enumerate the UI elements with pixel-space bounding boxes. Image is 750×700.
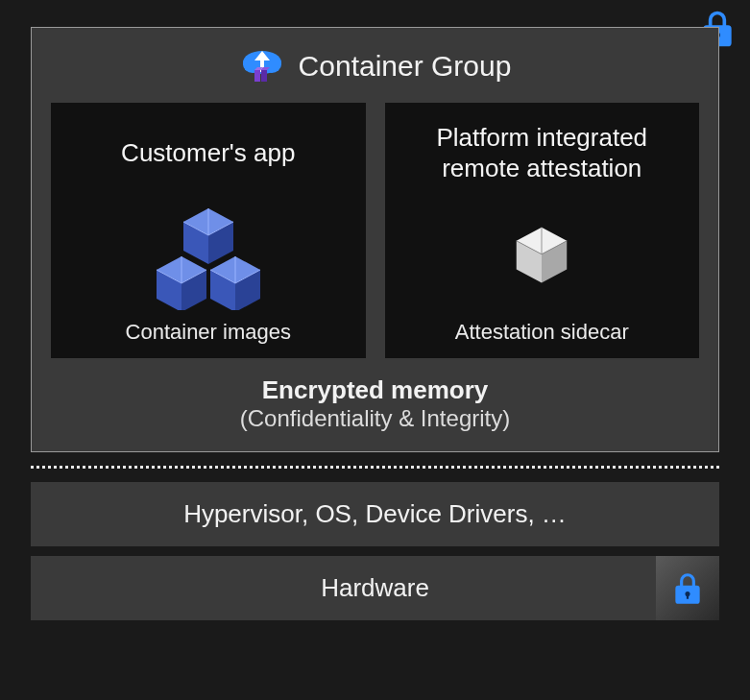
diagram-canvas: Container Group Customer's app [0, 0, 750, 700]
customer-app-card: Customer's app [51, 103, 366, 358]
container-images-icon [141, 187, 276, 314]
attestation-title: Platform integrated remote attestation [399, 118, 687, 187]
customer-app-title: Customer's app [121, 118, 295, 187]
hardware-layer: Hardware [31, 556, 719, 620]
attestation-sidecar-icon [508, 187, 575, 314]
customer-app-footer: Container images [126, 314, 291, 345]
cloud-upload-icon [239, 45, 285, 87]
hypervisor-layer: Hypervisor, OS, Device Drivers, … [31, 482, 719, 546]
svg-rect-6 [261, 70, 267, 82]
hardware-layer-label: Hardware [321, 573, 429, 602]
encrypted-memory-title: Encrypted memory [51, 375, 699, 405]
attestation-card: Platform integrated remote attestation A… [385, 103, 700, 358]
svg-rect-5 [254, 70, 260, 82]
hypervisor-layer-label: Hypervisor, OS, Device Drivers, … [183, 499, 567, 528]
separator-dotted [31, 466, 719, 469]
container-group-box: Container Group Customer's app [31, 27, 719, 452]
container-group-header: Container Group [51, 39, 699, 103]
encrypted-memory-subtitle: (Confidentiality & Integrity) [51, 405, 699, 432]
attestation-footer: Attestation sidecar [455, 314, 629, 345]
encrypted-memory-row: Encrypted memory (Confidentiality & Inte… [51, 358, 699, 451]
container-group-title: Container Group [299, 50, 512, 83]
lock-icon [656, 556, 719, 620]
svg-rect-26 [687, 594, 689, 599]
container-group-body: Customer's app [51, 103, 699, 358]
